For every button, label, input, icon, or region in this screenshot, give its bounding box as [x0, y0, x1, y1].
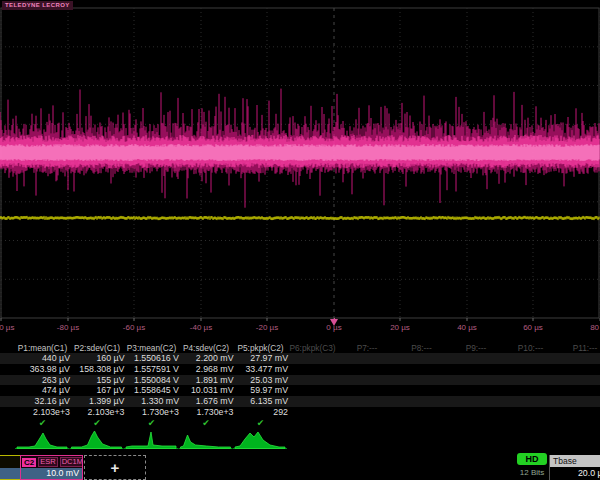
time-axis-label: 60 µs: [523, 323, 543, 332]
measure-value-row: 32.16 µV1.399 µV1.330 mV1.676 mV6.135 mV: [0, 396, 600, 407]
measure-header-row: P1:mean(C1)P2:sdev(C1)P3:mean(C2)P4:sdev…: [0, 341, 600, 353]
c2-esr-tag: ESR: [38, 457, 57, 467]
measure-param-header-disabled[interactable]: P7:---: [340, 343, 395, 353]
measurement-histicons: [0, 430, 600, 454]
measure-param-header[interactable]: P5:pkpk(C2): [233, 343, 288, 353]
status-check-icon: ✔: [70, 418, 125, 429]
histicon: [233, 432, 287, 449]
measure-value-cell: 474 µV: [15, 385, 70, 396]
brand-label: TELEDYNE LECROY: [2, 1, 73, 10]
measure-value-row: 440 µV160 µV1.550616 V2.200 mV27.97 mV: [0, 353, 600, 364]
measure-value-cell: 155 µV: [70, 375, 125, 386]
measure-value-cell: 6.135 mV: [233, 396, 288, 407]
measure-param-header[interactable]: P1:mean(C1): [15, 343, 70, 353]
time-axis-label: -60 µs: [123, 323, 145, 332]
measure-param-header-disabled[interactable]: P6:pkpk(C3): [285, 343, 340, 353]
timebase-descriptor[interactable]: Tbase 20.0 µs: [549, 455, 600, 480]
measure-value-cell: 1.730e+3: [124, 407, 179, 418]
status-check-icon: ✔: [15, 418, 70, 429]
measure-value-row: 363.98 µV158.308 µV1.557591 V2.968 mV33.…: [0, 364, 600, 375]
measure-value-cell: 1.891 mV: [179, 375, 234, 386]
measure-value-cell: 160 µV: [70, 353, 125, 364]
measure-param-header[interactable]: P4:sdev(C2): [179, 343, 234, 353]
measurement-table[interactable]: P1:mean(C1)P2:sdev(C1)P3:mean(C2)P4:sdev…: [0, 341, 600, 433]
measure-value-row: 2.103e+32.103e+31.730e+31.730e+3292: [0, 407, 600, 418]
measure-value-cell: 1.557591 V: [124, 364, 179, 375]
measure-value-cell: 167 µV: [70, 385, 125, 396]
status-check-icon: ✔: [179, 418, 234, 429]
traces: [0, 89, 599, 221]
histicon: [179, 435, 233, 449]
status-check-icon: ✔: [233, 418, 288, 429]
measure-value-cell: 32.16 µV: [15, 396, 70, 407]
trigger-position-marker[interactable]: [330, 319, 338, 326]
measure-value-cell: 2.103e+3: [15, 407, 70, 418]
measure-value-cell: 2.200 mV: [179, 353, 234, 364]
time-axis-label: 80 µs: [590, 323, 600, 332]
measure-value-cell: 1.550616 V: [124, 353, 179, 364]
measure-value-cell: 1.558645 V: [124, 385, 179, 396]
measure-value-cell: 158.308 µV: [70, 364, 125, 375]
measure-value-cell: 59.97 mV: [233, 385, 288, 396]
measure-value-cell: 1.676 mV: [179, 396, 234, 407]
hd-mode-badge[interactable]: HD: [517, 453, 547, 465]
measure-value-cell: 263 µV: [15, 375, 70, 386]
histicon: [70, 431, 124, 449]
channel-c2-descriptor[interactable]: C2 ESR DC1M 10.0 mV: [20, 455, 83, 480]
measure-param-header[interactable]: P3:mean(C2): [124, 343, 179, 353]
time-axis-label: -20 µs: [256, 323, 278, 332]
measure-value-row: 474 µV167 µV1.558645 V10.031 mV59.97 mV: [0, 385, 600, 396]
time-axis-label: -100 µs: [0, 323, 14, 332]
measure-value-cell: 1.330 mV: [124, 396, 179, 407]
measure-param-header[interactable]: P2:sdev(C1): [70, 343, 125, 353]
measure-value-cell: 440 µV: [15, 353, 70, 364]
measure-value-cell: 1.550084 V: [124, 375, 179, 386]
hd-bits-label: 12 Bits: [511, 468, 553, 477]
measure-value-cell: 1.730e+3: [179, 407, 234, 418]
measure-param-header-disabled[interactable]: P9:---: [449, 343, 504, 353]
timebase-value: 20.0 µs: [550, 467, 600, 478]
measure-value-row: 263 µV155 µV1.550084 V1.891 mV25.03 mV: [0, 375, 600, 386]
measure-value-cell: 27.97 mV: [233, 353, 288, 364]
add-trace-button[interactable]: +: [84, 455, 146, 480]
measure-param-header-disabled[interactable]: P8:---: [394, 343, 449, 353]
histicon: [15, 433, 69, 449]
measure-status-row: ✔✔✔✔✔: [0, 418, 600, 429]
measure-value-cell: 363.98 µV: [15, 364, 70, 375]
measure-value-cell: 10.031 mV: [179, 385, 234, 396]
c2-volts-per-div: 10.0 mV: [21, 468, 82, 479]
plus-icon: +: [111, 459, 120, 476]
c2-coupling-tag: DC1M: [60, 457, 83, 467]
c2-label: C2: [22, 458, 36, 467]
status-check-icon: ✔: [124, 418, 179, 429]
measure-value-cell: 292: [233, 407, 288, 418]
measure-value-cell: 1.399 µV: [70, 396, 125, 407]
time-axis-label: -80 µs: [57, 323, 79, 332]
c1-trace: [0, 216, 599, 220]
measure-value-cell: 33.477 mV: [233, 364, 288, 375]
measure-value-cell: 25.03 mV: [233, 375, 288, 386]
oscilloscope-screen: TELEDYNE LECROY -100 µs-80 µs-60 µs-40 µ…: [0, 0, 600, 480]
time-axis: -100 µs-80 µs-60 µs-40 µs-20 µs0 µs20 µs…: [0, 318, 600, 338]
timebase-title: Tbase: [550, 455, 600, 467]
waveform-plot[interactable]: [0, 0, 600, 340]
time-axis-label: -40 µs: [190, 323, 212, 332]
measure-param-header-disabled[interactable]: P10:---: [503, 343, 558, 353]
time-axis-label: 40 µs: [457, 323, 477, 332]
measure-value-cell: 2.103e+3: [70, 407, 125, 418]
measure-param-header-disabled[interactable]: P11:---: [558, 343, 600, 353]
time-axis-label: 20 µs: [390, 323, 410, 332]
histicon: [124, 432, 178, 449]
measure-value-cell: 2.968 mV: [179, 364, 234, 375]
